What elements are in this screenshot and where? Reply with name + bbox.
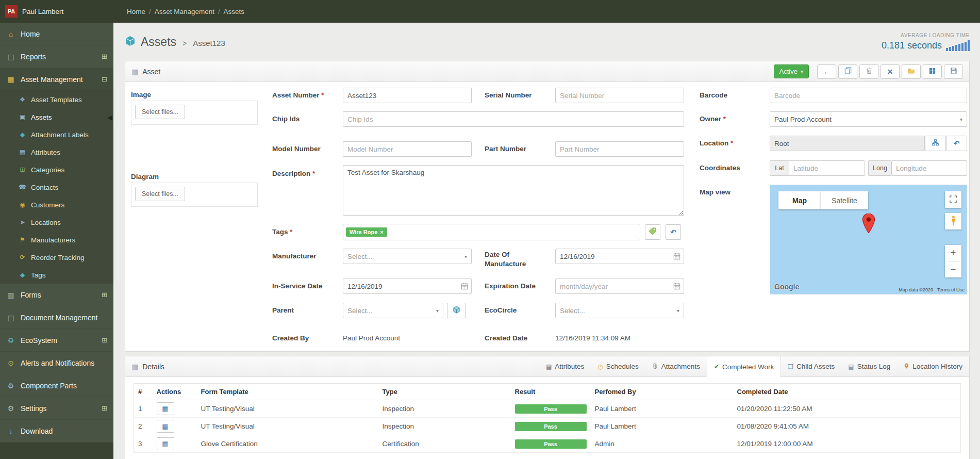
zoom-out-button[interactable]: − <box>945 261 961 277</box>
tab-attributes[interactable]: ▦ Attributes <box>539 356 591 376</box>
performed-by-cell: Paul Lambert <box>591 418 733 435</box>
asset-number-field[interactable] <box>343 88 472 103</box>
image-dropzone[interactable]: Select files... <box>131 101 258 125</box>
sidebar-subitem-attributes[interactable]: ▦ Attributes <box>0 143 113 161</box>
breadcrumb-home[interactable]: Home <box>127 8 145 15</box>
expand-icon[interactable]: ⊞ <box>102 404 107 412</box>
tab-schedules[interactable]: ◷ Schedules <box>591 356 645 376</box>
expiration-date-input[interactable] <box>555 278 684 294</box>
created-by-label: Created By <box>272 334 309 342</box>
calendar-icon[interactable] <box>673 283 680 290</box>
view-record-button[interactable]: ▦ <box>157 402 174 415</box>
part-number-field[interactable] <box>555 141 684 157</box>
back-button[interactable]: ← <box>817 64 836 79</box>
tab-location-history[interactable]: Location History <box>897 356 969 376</box>
expand-icon[interactable]: ⊞ <box>102 291 107 299</box>
sidebar-item-component-parts[interactable]: ⚙ Component Parts <box>0 374 113 397</box>
copy-button[interactable] <box>838 64 857 79</box>
edit-tags-button[interactable] <box>645 224 660 240</box>
date-of-manufacture-input[interactable] <box>555 249 684 264</box>
sidebar-subitem-assets[interactable]: ▣ Assets ◀ <box>0 108 113 126</box>
sidebar-item-document-management[interactable]: ▤ Document Management <box>0 306 113 329</box>
page-title: Assets <box>141 35 176 49</box>
save-button[interactable] <box>944 64 963 79</box>
status-active-button[interactable]: Active ▾ <box>774 64 809 78</box>
breadcrumb-asset-management[interactable]: Asset Management <box>155 8 214 15</box>
serial-number-field[interactable] <box>555 88 684 103</box>
terms-of-use-link[interactable]: Terms of Use <box>937 287 965 292</box>
parent-select[interactable]: Select... ▾ <box>343 303 443 318</box>
tags-undo-button[interactable]: ↶ <box>666 224 681 240</box>
sidebar-subitem-attachment-labels[interactable]: ◆ Attachment Labels <box>0 126 113 143</box>
sidebar-item-label: Reports <box>21 53 46 61</box>
diagram-select-files-button[interactable]: Select files... <box>135 187 185 201</box>
modules-button[interactable] <box>923 64 942 79</box>
tags-field[interactable]: Wire Rope × <box>343 224 640 240</box>
location-field[interactable] <box>770 136 925 151</box>
tab-child-assets[interactable]: ❒ Child Assets <box>781 356 841 376</box>
folder-button[interactable] <box>902 64 921 79</box>
in-service-date-input[interactable] <box>343 278 472 294</box>
sidebar-item-download[interactable]: ↓ Download <box>0 420 113 442</box>
sidebar-subitem-contacts[interactable]: ☎ Contacts <box>0 178 113 196</box>
diagram-dropzone[interactable]: Select files... <box>131 183 258 207</box>
sidebar-item-ecosystem[interactable]: ♻ EcoSystem ⊞ <box>0 329 113 352</box>
sidebar-item-settings[interactable]: ⚙ Settings ⊞ <box>0 397 113 420</box>
ecocircle-select[interactable]: Select... ▾ <box>555 303 684 318</box>
sidebar-subitem-manufacturers[interactable]: ⚑ Manufacturers <box>0 231 113 249</box>
tab-status-log[interactable]: ▤ Status Log <box>841 356 897 376</box>
performed-by-cell: Paul Lambert <box>591 400 733 418</box>
expand-icon[interactable]: ⊞ <box>102 336 107 344</box>
sidebar-subitem-reorder-tracking[interactable]: ⟳ Reorder Tracking <box>0 249 113 266</box>
sidebar-subitem-customers[interactable]: ◉ Customers <box>0 196 113 214</box>
owner-select[interactable]: Paul Prod Account ▾ <box>770 111 967 127</box>
collapse-icon[interactable]: ⊟ <box>102 75 107 83</box>
location-undo-button[interactable]: ↶ <box>946 136 967 151</box>
sidebar-item-asset-management[interactable]: ▦ Asset Management ⊟ <box>0 68 113 91</box>
owner-label: Owner * <box>700 115 726 123</box>
tab-attachments[interactable]: Attachments <box>645 356 707 376</box>
user-profile[interactable]: PA Paul Lambert <box>0 0 113 23</box>
tag-chip: Wire Rope × <box>346 227 387 237</box>
view-record-button[interactable]: ▦ <box>157 437 174 450</box>
sidebar-item-alerts-and-notifications[interactable]: ⊙ Alerts and Notifications <box>0 352 113 374</box>
expiration-date-field <box>555 278 684 294</box>
map-view[interactable]: Map Satellite + − <box>770 185 967 294</box>
sidebar-subitem-tags[interactable]: ◆ Tags <box>0 266 113 284</box>
model-number-field[interactable] <box>343 141 472 157</box>
map-type-map-button[interactable]: Map <box>778 191 821 209</box>
longitude-field[interactable] <box>891 160 967 176</box>
expand-icon[interactable]: ⊞ <box>102 53 107 60</box>
location-tree-button[interactable] <box>925 136 946 151</box>
calendar-icon[interactable] <box>461 283 468 290</box>
sidebar-subitem-categories[interactable]: ⊞ Categories <box>0 161 113 178</box>
remove-tag-icon[interactable]: × <box>380 229 383 235</box>
close-button[interactable]: ✕ <box>881 64 900 79</box>
locations-icon: ➤ <box>19 219 26 225</box>
coordinates-label: Coordinates <box>700 164 740 172</box>
in-service-date-field <box>343 278 472 294</box>
chip-ids-field[interactable] <box>343 111 684 127</box>
manufacturer-select[interactable]: Select... ▾ <box>343 249 472 264</box>
description-field[interactable]: Test Asset for Skarshaug <box>343 165 684 216</box>
map-type-satellite-button[interactable]: Satellite <box>821 191 868 209</box>
latitude-field[interactable] <box>789 160 865 176</box>
delete-button[interactable] <box>859 64 878 79</box>
calendar-icon[interactable] <box>673 253 680 260</box>
tab-completed-work[interactable]: ✔ Completed Work <box>707 356 781 377</box>
sidebar-subitem-locations[interactable]: ➤ Locations <box>0 214 113 231</box>
parent-asset-browse-button[interactable] <box>447 303 466 318</box>
sidebar-item-reports[interactable]: ▤ Reports ⊞ <box>0 45 113 68</box>
sidebar-item-forms[interactable]: ▥ Forms ⊞ <box>0 284 113 306</box>
table-action-icon: ▦ <box>162 405 168 412</box>
map-fullscreen-button[interactable] <box>945 191 961 208</box>
type-cell: Certification <box>378 435 511 453</box>
view-record-button[interactable]: ▦ <box>157 420 174 433</box>
sidebar-item-home[interactable]: ⌂ Home <box>0 23 113 45</box>
sidebar-subitem-asset-templates[interactable]: ❖ Asset Templates <box>0 91 113 108</box>
barcode-field[interactable] <box>770 88 967 103</box>
map-pegman-button[interactable] <box>945 213 961 230</box>
zoom-in-button[interactable]: + <box>945 245 961 261</box>
image-select-files-button[interactable]: Select files... <box>135 105 185 119</box>
google-logo[interactable]: Google <box>774 283 799 291</box>
